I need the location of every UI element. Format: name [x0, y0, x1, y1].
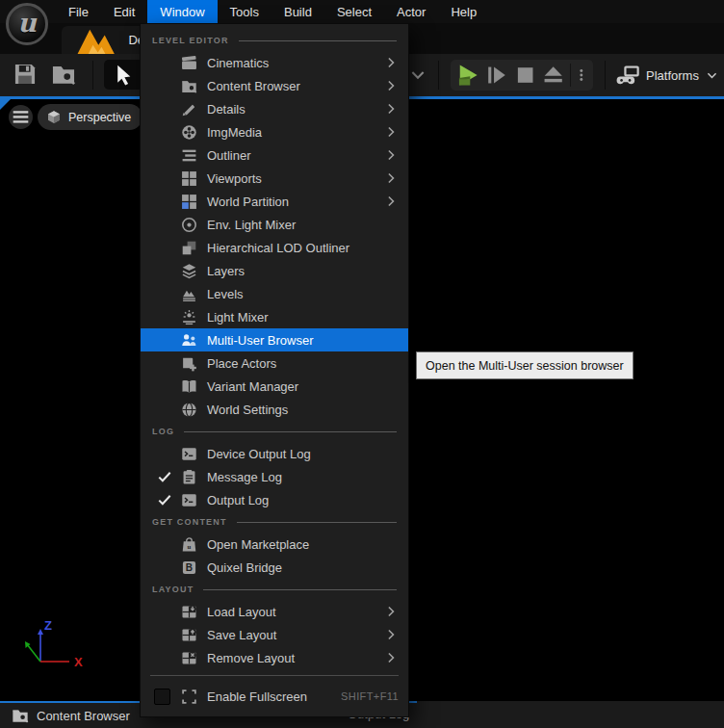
menubar-item-tools[interactable]: Tools	[218, 0, 272, 23]
menu-item-content-browser[interactable]: Content Browser	[141, 74, 408, 97]
content-browser-drawer-button[interactable]: Content Browser	[12, 705, 130, 726]
device-output-log-icon	[181, 446, 197, 462]
menu-section-header-log: LOG	[141, 421, 408, 442]
menu-item-layers[interactable]: Layers	[141, 259, 408, 282]
play-group-divider	[570, 64, 571, 87]
menu-item-details[interactable]: Details	[141, 97, 408, 120]
eject-button[interactable]	[539, 63, 567, 88]
platforms-controller-icon	[616, 65, 639, 86]
menu-item-label: Device Output Log	[207, 447, 311, 461]
menu-item-imgmedia[interactable]: ImgMedia	[141, 120, 408, 143]
content-browser-drawer-label: Content Browser	[37, 709, 130, 723]
menu-item-device-output-log[interactable]: Device Output Log	[141, 442, 408, 465]
menubar-item-build[interactable]: Build	[272, 0, 324, 23]
menu-item-output-log[interactable]: Output Log	[141, 488, 408, 511]
menu-item-remove-layout[interactable]: Remove Layout	[141, 646, 408, 669]
menu-item-open-marketplace[interactable]: uOpen Marketplace	[141, 533, 408, 556]
menu-item-label: Content Browser	[207, 79, 300, 93]
menubar-item-window[interactable]: Window	[147, 0, 217, 23]
menubar-item-file[interactable]: File	[56, 0, 101, 23]
content-browser-button[interactable]	[51, 62, 76, 87]
menu-item-message-log[interactable]: Message Log	[141, 465, 408, 488]
play-button[interactable]	[454, 63, 482, 88]
menu-item-quixel-bridge[interactable]: BQuixel Bridge	[141, 556, 408, 579]
menu-section-header-get-content: GET CONTENT	[141, 511, 408, 533]
menu-item-world-settings[interactable]: World Settings	[141, 398, 408, 421]
check-spacer	[154, 170, 175, 186]
toolbar-separator	[605, 61, 606, 90]
selection-mode-chevron-down-icon[interactable]	[409, 66, 427, 84]
platforms-button[interactable]: Platforms	[616, 60, 718, 91]
remove-layout-icon	[181, 650, 197, 666]
menubar-item-actor[interactable]: Actor	[384, 0, 438, 23]
menu-item-light-mixer[interactable]: Light Mixer	[141, 305, 408, 328]
submenu-chevron-right-icon	[384, 195, 398, 208]
fullscreen-checkbox[interactable]	[154, 689, 175, 704]
film-reel-icon	[181, 124, 197, 141]
menu-item-world-partition[interactable]: World Partition	[141, 190, 408, 213]
svg-text:B: B	[186, 562, 193, 573]
window-menu-dropdown: LEVEL EDITORCinematicsContent BrowserDet…	[140, 23, 409, 717]
menubar: FileEditWindowToolsBuildSelectActorHelp	[0, 0, 724, 23]
pencil-icon	[181, 101, 197, 117]
svg-text:u: u	[188, 543, 192, 550]
frame-skip-button[interactable]	[482, 63, 510, 88]
menu-item-multi-user-browser[interactable]: Multi-User Browser	[141, 328, 408, 351]
toolbar-separator	[438, 61, 439, 90]
check-spacer	[154, 263, 175, 278]
tooltip: Open the Multi-User session browser	[416, 351, 634, 379]
tooltip-text: Open the Multi-User session browser	[426, 359, 624, 373]
load-layout-icon	[181, 604, 197, 620]
check-spacer	[154, 378, 175, 394]
marketplace-icon: u	[181, 536, 197, 553]
menu-item-levels[interactable]: Levels	[141, 282, 408, 305]
menu-item-variant-manager[interactable]: Variant Manager	[141, 375, 408, 398]
play-options-kebab-icon[interactable]	[574, 63, 589, 88]
menu-item-load-layout[interactable]: Load Layout	[141, 600, 408, 623]
menu-item-outliner[interactable]: Outliner	[141, 143, 408, 167]
perspective-label: Perspective	[68, 111, 131, 124]
menu-item-label: World Settings	[207, 403, 288, 417]
cube-icon	[46, 110, 62, 125]
menu-item-hierarchical-lod-outliner[interactable]: Hierarchical LOD Outliner	[141, 236, 408, 259]
menu-item-viewports[interactable]: Viewports	[141, 167, 408, 190]
multi-user-icon	[181, 332, 197, 349]
menu-item-label: Quixel Bridge	[207, 560, 282, 575]
stop-button[interactable]	[511, 63, 539, 88]
menubar-item-help[interactable]: Help	[438, 0, 489, 23]
menu-item-place-actors[interactable]: Place Actors	[141, 351, 408, 375]
check-spacer	[154, 627, 175, 642]
menu-item-label: Cinematics	[207, 56, 269, 70]
menu-item-cinematics[interactable]: Cinematics	[141, 51, 408, 74]
check-spacer	[154, 402, 175, 417]
perspective-button[interactable]: Perspective	[38, 104, 142, 130]
menu-item-label: Outliner	[207, 148, 251, 163]
clapperboard-icon	[181, 55, 197, 71]
menu-item-shortcut: SHIFT+F11	[341, 690, 399, 702]
check-spacer	[154, 286, 175, 301]
quixel-bridge-icon: B	[181, 559, 197, 576]
platforms-label: Platforms	[646, 68, 699, 83]
menubar-item-edit[interactable]: Edit	[101, 0, 147, 23]
menubar-item-select[interactable]: Select	[324, 0, 384, 23]
menu-item-label: Hierarchical LOD Outliner	[207, 241, 349, 255]
menu-item-env-light-mixer[interactable]: Env. Light Mixer	[141, 213, 408, 236]
menu-item-label: Light Mixer	[207, 310, 269, 325]
menu-item-enable-fullscreen[interactable]: Enable FullscreenSHIFT+F11	[141, 682, 408, 711]
hlod-icon	[181, 240, 197, 256]
check-spacer	[154, 147, 175, 163]
menu-separator	[141, 669, 408, 682]
save-button[interactable]	[13, 62, 38, 87]
toolbar-separator	[92, 61, 93, 90]
viewport-options-button[interactable]	[9, 105, 33, 129]
cursor-icon	[113, 64, 136, 87]
check-spacer	[154, 78, 175, 93]
world-partition-icon	[181, 194, 197, 210]
submenu-chevron-right-icon	[384, 171, 398, 185]
list-icon	[181, 147, 197, 164]
submenu-chevron-right-icon	[384, 79, 398, 92]
menu-item-save-layout[interactable]: Save Layout	[141, 623, 408, 646]
menu-item-label: Multi-User Browser	[207, 333, 314, 348]
menu-item-label: Variant Manager	[207, 379, 298, 394]
submenu-chevron-right-icon	[384, 102, 398, 116]
